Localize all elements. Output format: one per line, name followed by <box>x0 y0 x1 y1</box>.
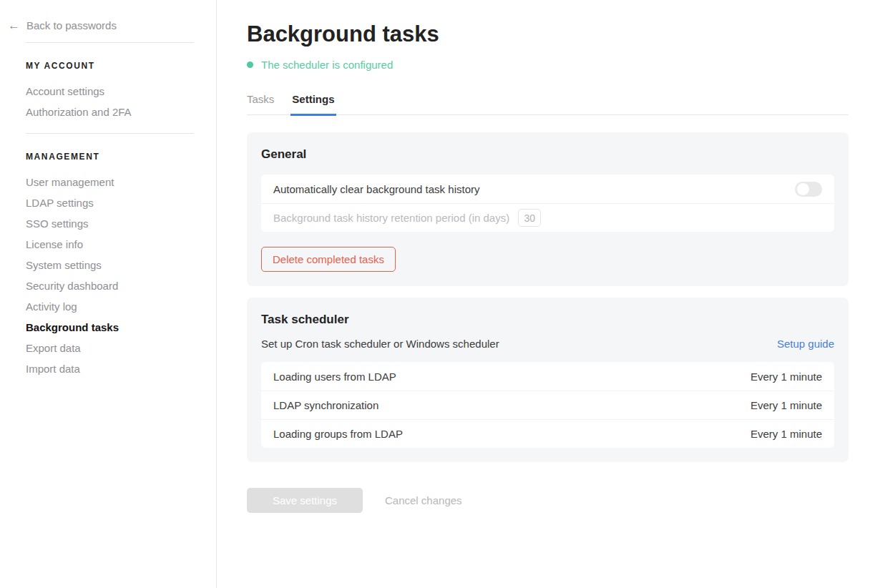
general-card: General Automatically clear background t… <box>247 132 849 286</box>
tab-tasks[interactable]: Tasks <box>247 93 274 114</box>
setup-guide-link[interactable]: Setup guide <box>777 338 834 350</box>
sidebar-divider <box>26 133 194 134</box>
sidebar-item-export-data[interactable]: Export data <box>26 338 216 358</box>
status-text: The scheduler is configured <box>261 59 393 71</box>
form-actions: Save settings Cancel changes <box>247 488 849 513</box>
sidebar-item-activity-log[interactable]: Activity log <box>26 296 216 317</box>
task-interval: Every 1 minute <box>751 428 822 440</box>
sidebar-item-sso-settings[interactable]: SSO settings <box>26 213 216 234</box>
my-account-nav-list: Account settings Authorization and 2FA <box>26 81 216 122</box>
back-to-passwords-link[interactable]: ← Back to passwords <box>8 19 216 31</box>
table-row: LDAP synchronization Every 1 minute <box>261 391 834 419</box>
status-dot-icon <box>247 62 253 68</box>
scheduled-tasks-panel: Loading users from LDAP Every 1 minute L… <box>261 362 834 448</box>
settings-sidebar: ← Back to passwords MY ACCOUNT Account s… <box>0 0 217 588</box>
auto-clear-row: Automatically clear background task hist… <box>261 175 834 203</box>
scheduler-subtitle: Set up Cron task scheduler or Windows sc… <box>261 338 499 350</box>
sidebar-item-background-tasks[interactable]: Background tasks <box>26 317 216 338</box>
sidebar-item-import-data[interactable]: Import data <box>26 358 216 379</box>
scheduler-status: The scheduler is configured <box>247 59 849 71</box>
sidebar-item-security-dashboard[interactable]: Security dashboard <box>26 275 216 296</box>
toggle-knob <box>797 183 809 195</box>
main-content: Background tasks The scheduler is config… <box>217 0 870 588</box>
retention-days-input[interactable] <box>518 209 541 227</box>
sidebar-item-system-settings[interactable]: System settings <box>26 255 216 275</box>
sidebar-section-my-account: MY ACCOUNT <box>26 61 216 71</box>
sidebar-item-ldap-settings[interactable]: LDAP settings <box>26 192 216 213</box>
task-name: Loading users from LDAP <box>273 371 396 383</box>
retention-label: Background task history retention period… <box>273 212 509 224</box>
sidebar-section-management: MANAGEMENT <box>26 152 216 162</box>
task-scheduler-card: Task scheduler Set up Cron task schedule… <box>247 298 849 462</box>
task-scheduler-title: Task scheduler <box>261 312 834 328</box>
task-name: LDAP synchronization <box>273 399 378 411</box>
tab-settings[interactable]: Settings <box>292 93 334 114</box>
table-row: Loading users from LDAP Every 1 minute <box>261 362 834 391</box>
general-settings-panel: Automatically clear background task hist… <box>261 175 834 232</box>
delete-completed-tasks-button[interactable]: Delete completed tasks <box>261 247 396 272</box>
auto-clear-label: Automatically clear background task hist… <box>273 183 479 195</box>
sidebar-divider <box>26 42 194 43</box>
sidebar-item-user-management[interactable]: User management <box>26 172 216 192</box>
arrow-left-icon: ← <box>8 19 20 31</box>
auto-clear-toggle[interactable] <box>795 182 822 197</box>
table-row: Loading groups from LDAP Every 1 minute <box>261 419 834 448</box>
general-card-title: General <box>261 147 834 162</box>
task-name: Loading groups from LDAP <box>273 428 403 440</box>
tab-bar: Tasks Settings <box>247 93 849 115</box>
sidebar-item-license-info[interactable]: License info <box>26 234 216 255</box>
task-interval: Every 1 minute <box>751 371 822 383</box>
task-interval: Every 1 minute <box>751 399 822 411</box>
back-link-label: Back to passwords <box>26 19 117 31</box>
save-settings-button[interactable]: Save settings <box>247 488 363 513</box>
cancel-changes-button[interactable]: Cancel changes <box>381 494 466 507</box>
scheduler-subtitle-row: Set up Cron task scheduler or Windows sc… <box>261 338 834 350</box>
sidebar-item-authorization-2fa[interactable]: Authorization and 2FA <box>26 102 216 122</box>
sidebar-item-account-settings[interactable]: Account settings <box>26 81 216 102</box>
page-title: Background tasks <box>247 22 849 46</box>
app-window: ← Back to passwords MY ACCOUNT Account s… <box>0 0 870 588</box>
retention-row: Background task history retention period… <box>261 203 834 232</box>
management-nav-list: User management LDAP settings SSO settin… <box>26 172 216 379</box>
